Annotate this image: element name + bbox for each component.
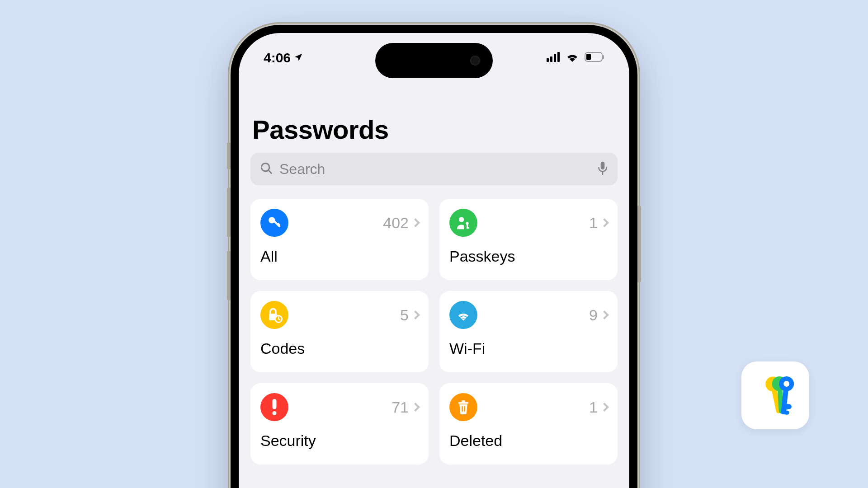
tile-label: Deleted xyxy=(449,432,608,450)
search-icon xyxy=(259,161,273,177)
tile-count: 402 xyxy=(383,214,409,232)
tile-count: 5 xyxy=(400,306,409,324)
trash-icon xyxy=(449,393,477,421)
tile-label: Security xyxy=(260,432,419,450)
search-input[interactable] xyxy=(279,161,590,178)
svg-rect-21 xyxy=(273,399,277,409)
side-button xyxy=(227,188,231,237)
svg-rect-0 xyxy=(547,58,549,62)
svg-line-9 xyxy=(269,170,271,173)
side-button xyxy=(227,142,231,169)
chevron-right-icon xyxy=(600,218,609,227)
svg-rect-18 xyxy=(467,227,469,229)
svg-rect-25 xyxy=(462,406,463,412)
svg-rect-6 xyxy=(586,54,591,60)
location-icon xyxy=(293,50,303,66)
tile-count: 71 xyxy=(392,399,409,416)
dynamic-island xyxy=(375,43,493,78)
cellular-icon xyxy=(547,52,560,64)
battery-icon xyxy=(585,52,604,64)
chevron-right-icon xyxy=(411,403,420,412)
svg-rect-24 xyxy=(462,400,465,402)
screen: 4:06 xyxy=(239,33,629,488)
tile-count: 1 xyxy=(589,214,598,232)
chevron-right-icon xyxy=(600,310,609,319)
tile-all[interactable]: 402 All xyxy=(250,199,429,280)
svg-rect-23 xyxy=(458,402,469,404)
svg-rect-4 xyxy=(557,52,560,62)
tile-label: All xyxy=(260,248,419,265)
tile-count: 9 xyxy=(589,306,598,324)
tile-label: Codes xyxy=(260,340,419,357)
chevron-right-icon xyxy=(411,218,420,227)
svg-rect-10 xyxy=(601,162,605,169)
tile-count: 1 xyxy=(589,399,598,416)
svg-point-16 xyxy=(466,222,468,225)
tile-label: Passkeys xyxy=(449,248,608,265)
search-bar[interactable] xyxy=(250,153,618,185)
tile-security[interactable]: 71 Security xyxy=(250,383,429,465)
page-title: Passwords xyxy=(250,101,618,153)
status-time: 4:06 xyxy=(264,50,291,66)
passkey-icon xyxy=(449,209,477,237)
svg-rect-1 xyxy=(550,56,552,62)
category-grid: 402 All 1 xyxy=(250,199,618,465)
tile-passkeys[interactable]: 1 Passkeys xyxy=(439,199,618,280)
side-button xyxy=(637,206,641,282)
microphone-icon[interactable] xyxy=(597,161,609,177)
tile-wifi[interactable]: 9 Wi-Fi xyxy=(439,291,618,372)
svg-rect-2 xyxy=(554,54,556,62)
chevron-right-icon xyxy=(600,403,609,412)
chevron-right-icon xyxy=(411,310,420,319)
svg-rect-26 xyxy=(464,406,465,412)
svg-rect-7 xyxy=(603,55,604,59)
svg-point-15 xyxy=(459,217,464,222)
content-area: Passwords xyxy=(239,101,629,488)
wifi-icon xyxy=(566,52,579,64)
side-button xyxy=(227,251,231,300)
wifi-icon xyxy=(449,301,477,329)
tile-codes[interactable]: 5 Codes xyxy=(250,291,429,372)
key-icon xyxy=(260,209,288,237)
tile-label: Wi-Fi xyxy=(449,340,608,357)
tile-deleted[interactable]: 1 Deleted xyxy=(439,383,618,465)
passwords-app-icon xyxy=(741,361,809,429)
alert-icon xyxy=(260,393,288,421)
lock-clock-icon xyxy=(260,301,288,329)
iphone-frame: 4:06 xyxy=(231,25,637,488)
svg-rect-37 xyxy=(781,410,789,415)
svg-point-22 xyxy=(273,411,277,415)
